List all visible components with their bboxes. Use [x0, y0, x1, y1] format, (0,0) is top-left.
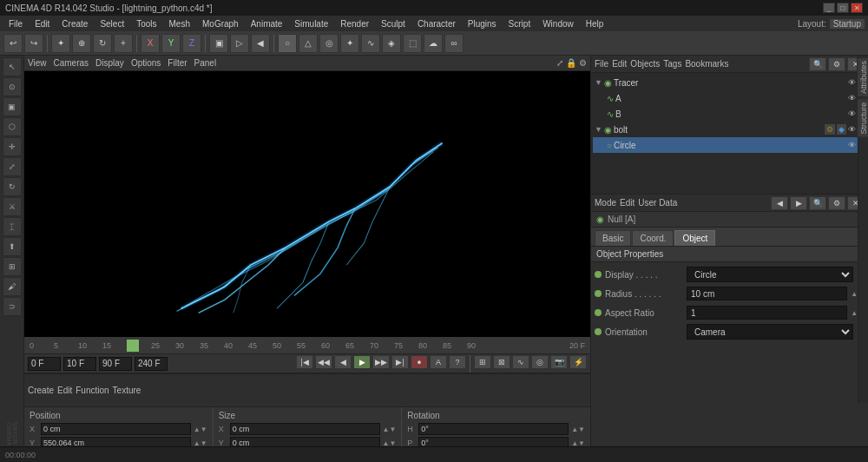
size-x-field[interactable]	[230, 423, 380, 435]
close-button[interactable]: ✕	[851, 3, 863, 13]
pos-x-arrow[interactable]: ▲▼	[194, 426, 207, 433]
sync-button[interactable]: ⚡	[569, 355, 587, 369]
menu-simulate[interactable]: Simulate	[289, 18, 333, 30]
polygon-selection-tool[interactable]: ⬡	[3, 117, 22, 136]
track-menu-texture[interactable]: Texture	[113, 386, 141, 395]
attr-menu-mode[interactable]: Mode	[595, 198, 616, 208]
menu-sculpt[interactable]: Sculpt	[376, 18, 411, 30]
move-tool-button[interactable]: ✦	[51, 34, 70, 53]
render-button[interactable]: ◀	[251, 34, 270, 53]
start-frame-field[interactable]	[63, 357, 96, 371]
attributes-tab[interactable]: Attributes	[857, 57, 869, 97]
camera-button[interactable]: ◎	[319, 34, 339, 53]
obj-row-a[interactable]: ∿ A 👁 ✓	[593, 90, 866, 106]
paint-tool[interactable]: 🖌	[3, 277, 22, 296]
menu-select[interactable]: Select	[95, 18, 129, 30]
circle-visible-icon[interactable]: 👁	[848, 141, 856, 149]
obj-menu-tags[interactable]: Tags	[663, 59, 681, 69]
timeline-ruler[interactable]: 0 5 10 15 20 25 30 35 40 45 50 55 60 65 …	[24, 337, 590, 354]
prop-aspect-field[interactable]	[687, 306, 847, 320]
maximize-vp-icon[interactable]: ⤢	[556, 58, 563, 68]
menu-animate[interactable]: Animate	[246, 18, 288, 30]
spline-button[interactable]: ∿	[361, 34, 380, 53]
track-menu-edit[interactable]: Edit	[57, 386, 72, 395]
obj-row-bolt[interactable]: ▼ ◉ bolt ⚙ ◆ 👁 ✓	[593, 122, 866, 137]
go-end-button[interactable]: ▶|	[391, 355, 409, 369]
b-visible-icon[interactable]: 👁	[848, 109, 856, 118]
size-x-arrow[interactable]: ▲▼	[383, 426, 397, 433]
total-frame-field[interactable]	[135, 357, 168, 371]
pos-x-field[interactable]	[41, 423, 191, 435]
prop-display-dropdown[interactable]: Circle Rectangle Dot	[687, 267, 853, 282]
x-axis-button[interactable]: X	[141, 34, 160, 53]
vp-menu-options[interactable]: Options	[131, 58, 161, 68]
minimize-button[interactable]: _	[823, 3, 835, 13]
fcurve-button[interactable]: ∿	[512, 355, 529, 369]
menu-mesh[interactable]: Mesh	[164, 18, 195, 30]
obj-row-b[interactable]: ∿ B 👁 ✓	[593, 106, 866, 122]
render-region-button[interactable]: ▣	[209, 34, 228, 53]
select-button[interactable]: +	[114, 34, 133, 53]
record-button[interactable]: ●	[411, 355, 428, 369]
play-back-button[interactable]: ◀	[334, 355, 352, 369]
timeline-button[interactable]: ⊠	[493, 355, 510, 369]
step-back-button[interactable]: ◀◀	[315, 355, 332, 369]
obj-menu-file[interactable]: File	[595, 59, 608, 69]
menu-file[interactable]: File	[3, 18, 28, 30]
obj-settings-icon[interactable]: ⚙	[828, 57, 845, 71]
track-menu-function[interactable]: Function	[76, 386, 108, 395]
subdivide-tool[interactable]: ⊞	[3, 257, 22, 276]
tab-object[interactable]: Object	[674, 230, 715, 246]
infinite-button[interactable]: ∞	[444, 34, 464, 53]
extrude-tool[interactable]: ⬆	[3, 237, 22, 256]
rot-h-field[interactable]	[418, 423, 569, 435]
undo-button[interactable]: ↩	[3, 34, 23, 53]
end-frame-field[interactable]	[99, 357, 132, 371]
pointer-tool[interactable]: ↖	[3, 57, 22, 76]
rotate-tool-button[interactable]: ↻	[93, 34, 112, 53]
rotate-tool[interactable]: ↻	[3, 177, 22, 196]
tab-basic[interactable]: Basic	[595, 230, 631, 246]
vp-menu-filter[interactable]: Filter	[168, 58, 187, 68]
material-button[interactable]: ◈	[382, 34, 401, 53]
menu-script[interactable]: Script	[503, 18, 536, 30]
viewport-canvas[interactable]	[24, 71, 590, 337]
knife-tool[interactable]: ⚔	[3, 197, 22, 216]
tracer-visible-icon[interactable]: 👁	[848, 78, 856, 87]
timeline-playhead[interactable]	[127, 340, 139, 352]
vp-menu-cameras[interactable]: Cameras	[54, 58, 89, 68]
menu-create[interactable]: Create	[56, 18, 93, 30]
vp-menu-display[interactable]: Display	[95, 58, 124, 68]
layout-value[interactable]: Startup	[830, 19, 865, 29]
key-manager-button[interactable]: ⊞	[474, 355, 491, 369]
obj-row-tracer[interactable]: ▼ ◉ Tracer 👁 ✓	[593, 75, 866, 90]
bolt-tag1[interactable]: ⚙	[825, 124, 835, 135]
bolt-tag2[interactable]: ◆	[837, 124, 846, 135]
obj-menu-objects[interactable]: Objects	[630, 59, 660, 69]
current-frame-field[interactable]	[28, 357, 61, 371]
obj-row-circle[interactable]: ○ Circle 👁 ✓	[593, 137, 866, 153]
vp-menu-view[interactable]: View	[28, 58, 47, 68]
obj-menu-edit[interactable]: Edit	[612, 59, 627, 69]
prop-orientation-dropdown[interactable]: Camera World	[687, 324, 853, 340]
scale-tool[interactable]: ⤢	[3, 157, 22, 176]
object-button[interactable]: ○	[278, 34, 297, 53]
attr-back-button[interactable]: ◀	[771, 196, 788, 210]
snapshot-button[interactable]: 📷	[550, 355, 568, 369]
sky-button[interactable]: ☁	[424, 34, 443, 53]
menu-edit[interactable]: Edit	[30, 18, 55, 30]
rot-h-arrow[interactable]: ▲▼	[571, 426, 585, 433]
z-axis-button[interactable]: Z	[182, 34, 201, 53]
menu-mograph[interactable]: MoGraph	[197, 18, 244, 30]
bridge-tool[interactable]: ⌶	[3, 217, 22, 236]
attr-menu-edit[interactable]: Edit	[620, 198, 635, 208]
maximize-button[interactable]: □	[837, 3, 849, 13]
menu-tools[interactable]: Tools	[131, 18, 161, 30]
auto-key-button[interactable]: A	[430, 355, 447, 369]
lock-vp-icon[interactable]: 🔒	[566, 58, 576, 68]
redo-button[interactable]: ↪	[24, 34, 43, 53]
magnet-tool[interactable]: ⊃	[3, 297, 22, 316]
obj-search-icon[interactable]: 🔍	[809, 57, 826, 71]
menu-window[interactable]: Window	[537, 18, 579, 30]
floor-button[interactable]: ⬚	[403, 34, 422, 53]
